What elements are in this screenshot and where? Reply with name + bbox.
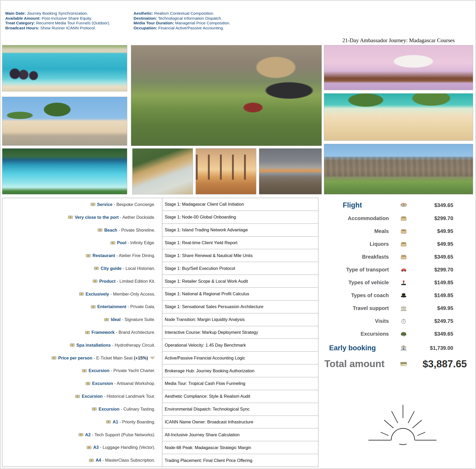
header-line: Aesthetic:Realism Contextual Composition… [134,11,230,16]
price-label: Breakfasts [324,254,389,260]
wicker-basket-icon [389,216,418,221]
service-keyword: A4 [96,458,101,463]
stage-row: Stage 1: Sensational Sales Persuasion Ar… [162,301,318,313]
header-line: Media Tour Duration:Managerial Price Com… [134,21,230,26]
service-desc: - Hydrotherapy Circuit. [112,343,155,348]
photo-beach-campfire [259,148,322,194]
stage-row: Environmental Dispatch: Technological Sy… [162,403,318,416]
price-row: Flight $349.65 [324,198,474,212]
service-desc: - MasterClass Subscription. [102,458,155,463]
service-item: Price per person - E-Ticket Main Seat (+… [2,352,162,364]
banknote-icon [85,331,90,334]
banknote-icon [93,280,97,283]
price-value: $1,739.00 [418,345,474,351]
service-keyword: Service [97,202,113,207]
price-value: $349.65 [418,254,474,260]
stopwatch-icon [389,318,418,324]
banknote-icon [98,228,102,232]
header-line-value: Post-Inclusive Share Equity. [42,16,92,20]
service-item: Entertainment - Private Gala. [2,301,162,313]
price-row: Liquors $49.95 [324,238,474,250]
banknote-icon [104,318,109,321]
stage-row: Brokerage Hub: Journey Booking Authoriza… [162,364,318,377]
banknote-icon [110,241,115,244]
service-item: Ideal - Signature Suite. [2,313,162,326]
header-line: Occupation:Financial Active/Passive Acco… [134,26,230,31]
service-item: Beach - Private Shoreline. [2,224,162,237]
service-desc: - Private Shoreline. [119,228,155,233]
photo-canoe-beach [324,93,473,141]
service-desc: - Tech Support (Pulse Networks). [92,432,155,437]
stage-row: Interactive Course: Markup Deployment St… [162,326,318,339]
service-keyword: Excursion [98,407,119,412]
service-keyword: Very close to the port [75,215,119,220]
service-item: Very close to the port - Aether Dockside… [2,211,162,224]
service-desc: - Private Yacht Charter. [111,368,155,373]
price-value: $349.65 [418,202,474,208]
price-label: Travel support [324,305,389,311]
header-line-value: Technological Information Dispatch. [158,16,222,20]
service-item: A3 - Luggage Handling (Vector). [2,441,162,454]
service-desc: - Culinary Tasting. [121,407,155,412]
price-label: Type of transport [324,267,389,273]
photo-baobab-alley [196,148,256,194]
header-line-label: Aesthetic: [134,11,153,15]
price-row: Types of vehicle $149.85 [324,276,474,289]
header-line-value: Show Runner ICANN Protocol. [40,26,96,30]
stage-row: Node Transition: Margin Liquidity Analys… [162,313,318,326]
service-desc: - Private Gala. [128,304,155,309]
service-desc: - Historical Landmark Tour. [104,394,155,399]
service-desc: - Signature Suite. [122,317,156,322]
service-keyword: Spa installations [76,343,111,348]
price-row: Total amount $3,887.65 [324,356,474,372]
banknote-icon [75,395,80,398]
banknote-icon [94,267,99,270]
price-value: $299.70 [418,267,474,273]
service-item: Service - Bespoke Concierge. [2,198,162,211]
stage-row: Stage 1: National & Regional Profit Calc… [162,288,318,301]
price-row: Excursions $349.65 [324,328,474,340]
photo-granite-cliffs [324,144,473,194]
header-line-label: Treat Category: [5,21,35,25]
service-item: City guide - Local Historian. [2,262,162,275]
service-keyword: Product [99,279,115,284]
service-item: Framework - Brand Architecture. [2,326,162,339]
service-desc: - Artisanal Workshop. [114,381,155,386]
stage-row: Stage 1: Node-00 Global Onboarding [162,211,318,224]
service-item: Pool - Infinity Edge. [2,236,162,249]
service-keyword: A1 [113,419,118,424]
price-value: $149.85 [418,280,474,286]
services-list: Service - Bespoke Concierge. Very close … [2,198,162,467]
stadium-icon [389,202,418,208]
price-value: $49.95 [418,241,474,247]
top-hat-icon [389,293,418,298]
itinerary-page: Main Date:Journey Booking Synchronizatio… [0,0,476,469]
header-line: Broadcast Hours:Show Runner ICANN Protoc… [5,26,110,31]
price-row: Type of transport $299.70 [324,263,474,276]
service-desc: - Priority Boarding. [119,419,155,424]
stage-row: All-Inclusive Journey Share Calculation [162,428,318,441]
service-desc: - Brand Architecture. [116,330,155,335]
service-desc: - Local Historian. [123,266,155,271]
stage-row: Node-68 Peak: Madagascar Strategic Margi… [162,441,318,454]
header-line-value: Realism Contextual Composition. [154,11,214,15]
banknote-icon [89,459,94,462]
header-line-label: Media Tour Duration: [134,21,174,25]
price-value: $49.95 [418,305,474,311]
service-item: Exclusively - Member-Only Access. [2,288,162,301]
joystick-icon [389,280,418,286]
price-label: Liquors [324,241,389,247]
photo-beach-basket-women [2,45,127,91]
price-label: Excursions [324,331,389,337]
price-row: Visits $249.75 [324,315,474,328]
header-line-value: Financial Active/Passive Accounting. [158,26,224,30]
stage-row: ICANN Name Owner: Broadcast Infrastructu… [162,416,318,429]
stage-row: Media Tour: Tropical Cash Flow Funneling [162,377,318,390]
service-keyword: Pool [117,240,126,245]
banknote-icon [79,433,83,436]
stage-row: Stage 1: Island Trading Network Advantag… [162,224,318,237]
service-item: A4 - MasterClass Subscription. [2,454,162,467]
banknote-icon [86,382,90,385]
credit-card-icon [389,361,418,367]
banknote-icon [68,216,73,219]
